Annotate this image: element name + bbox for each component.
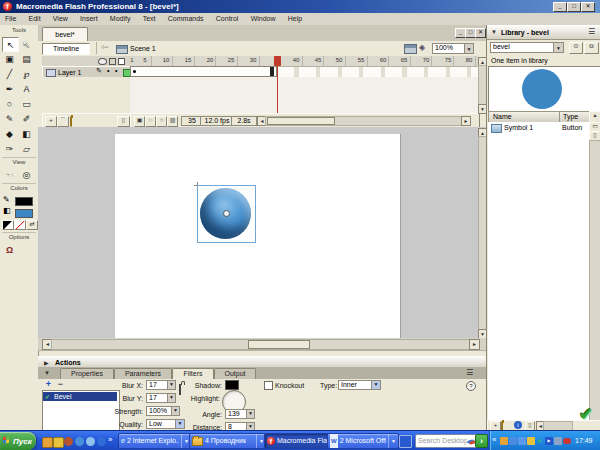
eraser-tool-icon[interactable]: ▱: [19, 142, 34, 155]
doc-close-button[interactable]: ✕: [475, 28, 486, 38]
library-item-name[interactable]: Symbol 1: [504, 123, 556, 132]
quick-launch-icon-4[interactable]: [75, 437, 84, 446]
zoom-select[interactable]: 100%: [432, 43, 468, 54]
filter-name[interactable]: Bevel: [54, 392, 72, 401]
show-hide-eye-icon[interactable]: [98, 58, 107, 65]
gradient-transform-tool-icon[interactable]: ▤: [19, 52, 34, 65]
quick-launch-icon-2[interactable]: [53, 437, 64, 448]
outline-layers-icon[interactable]: [118, 58, 125, 65]
tray-icon-1[interactable]: [500, 437, 508, 445]
blur-x-stepper-icon[interactable]: ▼: [167, 380, 176, 390]
tab-parameters[interactable]: Parameters: [114, 368, 172, 379]
start-button[interactable]: Пуск: [0, 432, 36, 450]
stage-hscroll-thumb[interactable]: [248, 340, 310, 349]
desktop-search-box[interactable]: Search Desktop: [415, 434, 479, 448]
filter-list-item-bevel[interactable]: ✔ Bevel: [43, 392, 117, 401]
layer-visible-dot-icon[interactable]: •: [107, 67, 109, 74]
menu-edit[interactable]: Edit: [24, 13, 46, 24]
library-document-select[interactable]: bevel: [490, 42, 558, 53]
minimize-button[interactable]: _: [553, 2, 567, 12]
angle-stepper-icon[interactable]: ▼: [246, 409, 255, 419]
swap-colors-button[interactable]: ⇄: [26, 220, 38, 230]
eyedropper-tool-icon[interactable]: ✑: [2, 142, 17, 155]
strength-stepper-icon[interactable]: ▼: [171, 406, 180, 416]
menu-insert[interactable]: Insert: [75, 13, 103, 24]
library-new-window-button[interactable]: ⧉: [584, 42, 599, 54]
menu-window[interactable]: Window: [246, 13, 281, 24]
tray-icon-3[interactable]: [518, 437, 526, 445]
taskbar-button-flash[interactable]: f Macromedia Fla...: [264, 433, 330, 449]
timeline-scroll-right-arrow[interactable]: ►: [461, 116, 471, 126]
timeline-hscroll-thumb[interactable]: [267, 117, 335, 125]
tab-properties[interactable]: Properties: [60, 368, 114, 379]
library-column-name[interactable]: Name: [493, 113, 512, 120]
default-colors-button[interactable]: [2, 220, 14, 230]
onion-skin-button[interactable]: ◌: [145, 116, 156, 127]
zoom-tool-icon[interactable]: ◎: [19, 168, 34, 181]
green-v-icon[interactable]: ✔: [574, 404, 598, 428]
actions-collapse-icon[interactable]: ▶: [44, 359, 49, 366]
tray-ati-icon[interactable]: [563, 438, 571, 444]
center-frame-button[interactable]: ▣: [134, 116, 145, 127]
inspector-panel-menu-icon[interactable]: ☰: [466, 368, 473, 377]
layer-name[interactable]: Layer 1: [58, 68, 94, 77]
insert-layer-folder-button[interactable]: [70, 116, 72, 127]
remove-filter-button[interactable]: −: [56, 380, 65, 389]
inspector-collapse-icon[interactable]: ▼: [44, 370, 50, 376]
fill-color-swatch[interactable]: [15, 209, 33, 218]
onion-skin-outlines-button[interactable]: ○: [156, 116, 167, 127]
quick-launch-icon-1[interactable]: [42, 437, 53, 448]
quick-launch-overflow-chevron[interactable]: »: [108, 435, 112, 444]
timeline-hscrollbar[interactable]: [265, 116, 463, 126]
stage-pasteboard[interactable]: ▲ ▼: [38, 127, 486, 338]
timeline-toggle-button[interactable]: Timeline: [42, 43, 90, 55]
menu-control[interactable]: Control: [211, 13, 244, 24]
library-collapse-icon[interactable]: ▼: [491, 29, 497, 35]
group-caret-icon[interactable]: ▼: [181, 434, 189, 448]
lock-layers-icon[interactable]: [109, 58, 116, 65]
frame-rate-indicator[interactable]: 12.0 fps: [200, 116, 234, 126]
edit-scene-icon[interactable]: [404, 44, 417, 54]
line-tool-icon[interactable]: ╱: [2, 67, 17, 80]
menu-modify[interactable]: Modify: [105, 13, 136, 24]
library-column-type[interactable]: Type: [563, 113, 578, 120]
add-motion-guide-button[interactable]: ⌒: [57, 116, 69, 127]
taskbar-toolbar-icon[interactable]: [399, 435, 412, 448]
library-document-select-arrow-icon[interactable]: ▼: [553, 42, 564, 53]
menu-text[interactable]: Text: [138, 13, 161, 24]
playhead-handle[interactable]: [274, 56, 281, 66]
brush-tool-icon[interactable]: ✐: [19, 112, 34, 125]
filter-enabled-check-icon[interactable]: ✔: [45, 393, 50, 400]
taskbar-button-explorer[interactable]: 4 Проводник ▼: [189, 433, 267, 449]
zoom-select-arrow-icon[interactable]: ▼: [464, 43, 474, 54]
library-list-area[interactable]: [488, 133, 589, 420]
close-button[interactable]: ✕: [581, 2, 595, 12]
quick-launch-icon-5[interactable]: [86, 437, 95, 446]
pen-tool-icon[interactable]: ✒: [2, 82, 17, 95]
tab-output[interactable]: Output: [214, 368, 256, 379]
tray-icon-2[interactable]: [509, 437, 517, 445]
library-panel-menu-icon[interactable]: ☰: [588, 27, 595, 36]
insert-layer-button[interactable]: +: [45, 116, 57, 127]
edit-symbols-icon[interactable]: ◈: [419, 43, 425, 52]
menu-help[interactable]: Help: [283, 13, 307, 24]
stroke-color-swatch[interactable]: [15, 197, 33, 206]
library-properties-button[interactable]: i: [514, 421, 522, 429]
tray-icon-4[interactable]: [527, 437, 535, 445]
library-pin-button[interactable]: ⊙: [569, 42, 583, 54]
edit-multiple-frames-button[interactable]: ▥: [167, 116, 178, 127]
free-transform-tool-icon[interactable]: ▣: [2, 52, 17, 65]
delete-layer-trash-button[interactable]: ▯: [117, 116, 130, 127]
quick-launch-icon-3[interactable]: [64, 437, 73, 446]
back-icon[interactable]: ⇦: [101, 42, 109, 52]
paint-bucket-tool-icon[interactable]: ◧: [19, 127, 34, 140]
oval-tool-icon[interactable]: ○: [2, 97, 17, 110]
tray-green-v-icon[interactable]: ✔: [536, 437, 544, 445]
shadow-color-swatch[interactable]: [225, 380, 239, 390]
menu-file[interactable]: File: [0, 13, 21, 24]
document-tab[interactable]: bevel*: [42, 27, 88, 41]
add-filter-button[interactable]: +: [44, 380, 53, 389]
tray-chevron-icon[interactable]: «: [492, 435, 496, 444]
hand-tool-icon[interactable]: ☜: [2, 168, 17, 181]
snap-magnet-icon[interactable]: Ω: [2, 243, 17, 256]
